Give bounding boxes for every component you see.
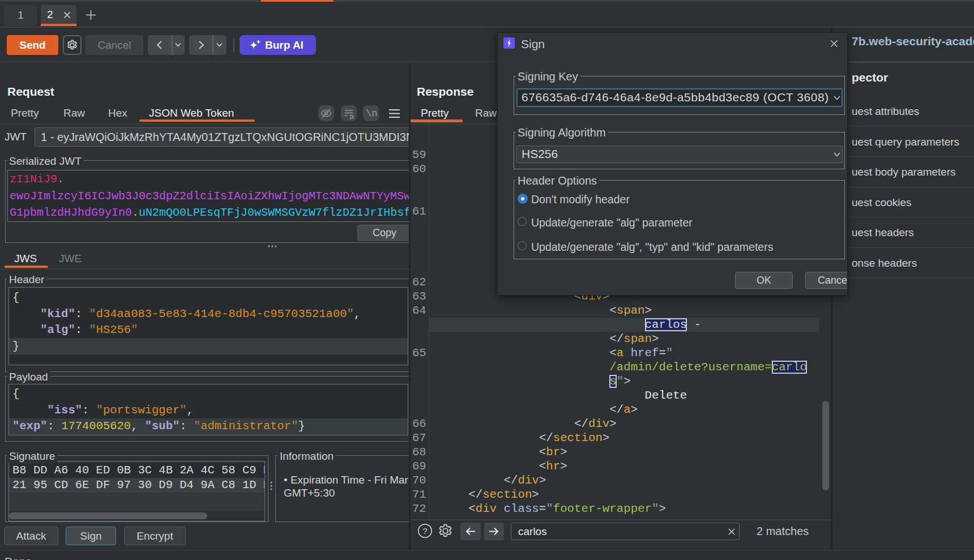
svg-text:?: ? (422, 526, 427, 536)
